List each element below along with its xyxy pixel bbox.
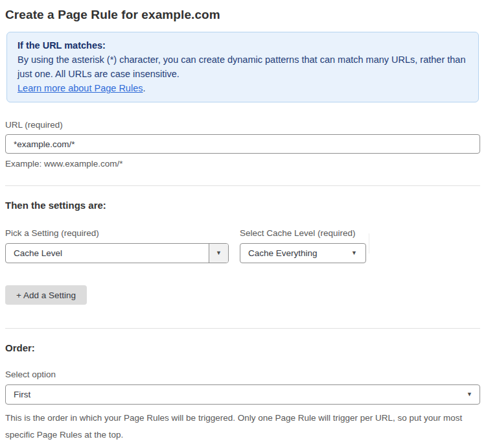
setting-picker-label: Pick a Setting (required): [5, 228, 229, 238]
url-field-helper: Example: www.example.com/*: [5, 158, 480, 171]
cache-level-picker-label: Select Cache Level (required): [240, 228, 366, 238]
order-select-label: Select option: [5, 370, 480, 379]
create-page-rule-form: Create a Page Rule for example.com If th…: [0, 0, 486, 448]
setting-picker-value: Cache Level: [6, 248, 209, 258]
cache-level-select[interactable]: Cache Everything ▼: [240, 243, 366, 263]
cache-level-picker-group: Select Cache Level (required) Cache Ever…: [240, 228, 366, 263]
url-input[interactable]: [5, 134, 480, 154]
info-box-body: By using the asterisk (*) character, you…: [17, 53, 468, 81]
caret-cell: ▼: [209, 244, 228, 263]
info-box-heading: If the URL matches:: [17, 38, 468, 53]
section-divider: [5, 185, 480, 186]
order-select-value: First: [6, 390, 467, 399]
order-select[interactable]: First ▼: [5, 384, 480, 405]
chevron-down-icon: ▼: [467, 392, 472, 397]
setting-row: Pick a Setting (required) Cache Level ▼ …: [5, 228, 480, 263]
section-divider: [5, 328, 480, 329]
link-suffix: .: [143, 83, 145, 93]
chevron-down-icon: ▼: [216, 250, 222, 256]
url-match-info-box: If the URL matches: By using the asteris…: [6, 32, 479, 102]
cache-level-value: Cache Everything: [240, 248, 351, 258]
page-title: Create a Page Rule for example.com: [5, 8, 480, 22]
chevron-down-icon: ▼: [351, 250, 357, 256]
info-link-line: Learn more about Page Rules.: [17, 81, 468, 95]
setting-picker-group: Pick a Setting (required) Cache Level ▼: [5, 228, 229, 263]
learn-more-link[interactable]: Learn more about Page Rules: [17, 83, 143, 93]
setting-picker-select[interactable]: Cache Level ▼: [5, 243, 229, 263]
url-field-group: URL (required) Example: www.example.com/…: [5, 120, 480, 171]
order-helper-text: This is the order in which your Page Rul…: [5, 410, 469, 443]
settings-section-heading: Then the settings are:: [5, 200, 480, 211]
add-setting-button[interactable]: + Add a Setting: [5, 285, 87, 305]
order-section-heading: Order:: [5, 342, 480, 353]
setting-row-divider: [369, 233, 369, 253]
url-field-label: URL (required): [5, 120, 480, 130]
